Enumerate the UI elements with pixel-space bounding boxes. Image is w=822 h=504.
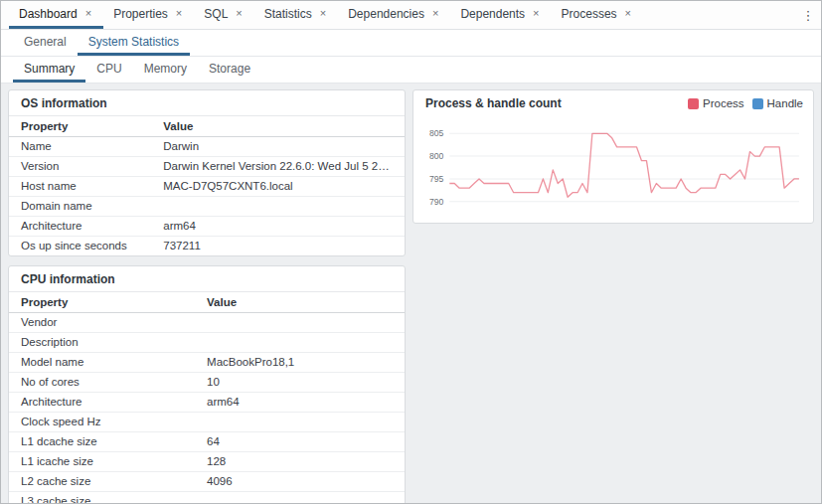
property-cell: L1 icache size (9, 451, 195, 471)
handle-swatch-icon (752, 98, 763, 109)
tab-label: Processes (562, 7, 617, 21)
table-row: VersionDarwin Kernel Version 22.6.0: Wed… (9, 156, 405, 176)
value-cell (151, 196, 405, 216)
property-cell: Version (9, 156, 151, 176)
property-cell: Name (9, 136, 151, 156)
line-chart: 790795800805 (413, 114, 813, 225)
property-cell: Architecture (9, 216, 151, 236)
close-icon[interactable]: × (430, 7, 440, 20)
column-header-value: Value (151, 116, 405, 136)
table-row: Architecturearm64 (9, 392, 405, 412)
cpu-information-panel: CPU information Property Value VendorDes… (8, 265, 406, 503)
tab-summary[interactable]: Summary (13, 57, 85, 83)
pgadmin-dashboard-window: Dashboard × Properties × SQL × Statistic… (0, 0, 822, 504)
property-cell: L1 dcache size (9, 431, 195, 451)
statistics-sub-tab-bar: Summary CPU Memory Storage (1, 57, 821, 84)
tab-label: Statistics (264, 7, 312, 21)
chart-canvas: 790795800805 (419, 114, 805, 219)
table-row: Architecturearm64 (9, 216, 405, 236)
value-cell: 737211 (151, 236, 405, 255)
value-cell: 128 (195, 451, 405, 471)
tab-label: Dependencies (348, 7, 424, 21)
legend-label: Process (703, 97, 744, 109)
value-cell: arm64 (151, 216, 405, 236)
value-cell: MAC-D7Q57CXNT6.local (151, 176, 405, 196)
tab-dependents[interactable]: Dependents × (450, 1, 551, 29)
dashboard-sub-tab-bar: General System Statistics (1, 30, 821, 57)
table-row: Clock speed Hz (9, 412, 405, 431)
table-row: L3 cache size (9, 491, 405, 503)
table-header-row: Property Value (9, 292, 405, 312)
property-cell: Clock speed Hz (9, 412, 195, 431)
legend-item-process: Process (688, 97, 744, 109)
svg-text:795: 795 (429, 174, 444, 184)
value-cell: arm64 (195, 392, 405, 412)
tab-dashboard[interactable]: Dashboard × (9, 1, 103, 29)
os-information-panel: OS information Property Value NameDarwin… (8, 89, 406, 256)
tab-label: SQL (204, 7, 228, 21)
close-icon[interactable]: × (174, 7, 184, 20)
close-icon[interactable]: × (83, 7, 93, 20)
property-cell: Host name (9, 176, 151, 196)
value-cell (195, 332, 405, 352)
tab-properties[interactable]: Properties × (103, 1, 194, 29)
property-cell: L2 cache size (9, 471, 195, 491)
tab-sql[interactable]: SQL × (194, 1, 253, 29)
summary-content: OS information Property Value NameDarwin… (1, 84, 821, 503)
right-column: Process & handle count Process Handle 79 (412, 89, 814, 497)
tab-label: Dependents (460, 7, 525, 21)
value-cell: MacBookPro18,1 (195, 352, 405, 372)
property-cell: Architecture (9, 392, 195, 412)
close-icon[interactable]: × (318, 7, 328, 20)
table-row: L1 dcache size64 (9, 431, 405, 451)
tab-storage[interactable]: Storage (198, 57, 261, 83)
close-icon[interactable]: × (623, 7, 633, 20)
legend-item-handle: Handle (752, 97, 803, 109)
property-cell: Description (9, 332, 195, 352)
value-cell: Darwin Kernel Version 22.6.0: Wed Jul 5 … (151, 156, 405, 176)
value-cell: 10 (195, 372, 405, 392)
property-cell: Vendor (9, 312, 195, 332)
value-cell: Darwin (151, 136, 405, 156)
property-cell: L3 cache size (9, 491, 195, 503)
column-header-property: Property (9, 292, 195, 312)
table-row: Os up since seconds737211 (9, 236, 405, 255)
tab-memory[interactable]: Memory (133, 57, 198, 83)
property-cell: Model name (9, 352, 195, 372)
value-cell: 64 (195, 431, 405, 451)
panel-title: CPU information (9, 266, 405, 292)
top-tab-bar: Dashboard × Properties × SQL × Statistic… (1, 1, 821, 30)
svg-text:800: 800 (429, 151, 444, 161)
cpu-information-table: Property Value VendorDescriptionModel na… (9, 292, 405, 503)
os-information-table: Property Value NameDarwinVersionDarwin K… (9, 116, 405, 255)
table-row: Model nameMacBookPro18,1 (9, 352, 405, 372)
close-icon[interactable]: × (234, 7, 244, 20)
column-header-property: Property (9, 116, 151, 136)
value-cell (195, 412, 405, 431)
tab-cpu[interactable]: CPU (85, 57, 132, 83)
panel-title: OS information (9, 90, 405, 116)
table-row: No of cores10 (9, 372, 405, 392)
tab-system-statistics[interactable]: System Statistics (78, 30, 190, 56)
close-icon[interactable]: × (531, 7, 541, 20)
tab-processes[interactable]: Processes × (552, 1, 643, 29)
process-swatch-icon (688, 98, 699, 109)
value-cell (195, 491, 405, 503)
tab-dependencies[interactable]: Dependencies × (338, 1, 450, 29)
chart-legend: Process Handle (688, 97, 803, 109)
svg-text:805: 805 (429, 128, 444, 138)
tab-general[interactable]: General (13, 30, 78, 56)
chart-header: Process & handle count Process Handle (413, 90, 813, 114)
table-row: Description (9, 332, 405, 352)
table-row: L1 icache size128 (9, 451, 405, 471)
tab-label: Dashboard (19, 7, 78, 21)
more-options-icon[interactable]: ⋮ (799, 5, 817, 25)
table-row: Host nameMAC-D7Q57CXNT6.local (9, 176, 405, 196)
tab-label: Properties (113, 7, 168, 21)
svg-text:790: 790 (429, 197, 444, 207)
column-header-value: Value (195, 292, 405, 312)
legend-label: Handle (767, 97, 803, 109)
chart-title: Process & handle count (425, 96, 562, 110)
tab-statistics[interactable]: Statistics × (254, 1, 338, 29)
process-handle-chart-panel: Process & handle count Process Handle 79 (412, 89, 814, 224)
